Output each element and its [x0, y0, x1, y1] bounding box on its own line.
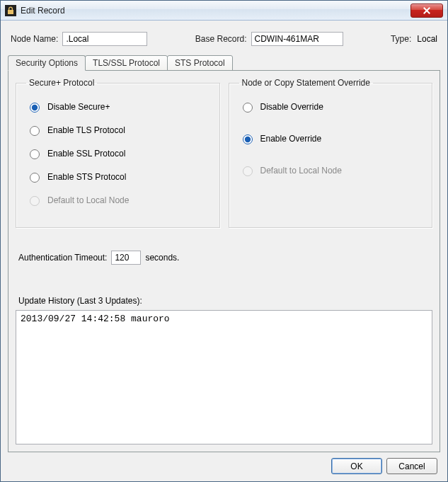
close-icon — [423, 7, 430, 14]
tab-strip: Security Options TLS/SSL Protocol STS Pr… — [8, 55, 440, 71]
tab-sts-protocol[interactable]: STS Protocol — [167, 55, 233, 71]
radio-ov-default-local — [243, 166, 253, 176]
auth-timeout-suffix: seconds. — [145, 253, 179, 263]
security-options-panel: Secure+ Protocol Disable Secure+ Enable … — [8, 70, 440, 452]
radio-enable-ssl[interactable] — [30, 149, 40, 159]
radio-disable-secure[interactable] — [30, 103, 40, 113]
node-name-input[interactable] — [62, 32, 147, 46]
auth-timeout-row: Authentication Timeout: seconds. — [18, 251, 432, 265]
update-history-label: Update History (Last 3 Updates): — [18, 296, 432, 306]
update-history-box[interactable]: 2013/09/27 14:42:58 mauroro — [16, 310, 432, 444]
radio-enable-override-label: Enable Override — [260, 134, 322, 144]
radio-sp-default-local — [30, 196, 40, 206]
tab-security-options[interactable]: Security Options — [8, 55, 86, 71]
edit-record-window: Edit Record Node Name: Base Record: Type… — [0, 0, 448, 482]
tab-tls-ssl-protocol[interactable]: TLS/SSL Protocol — [85, 55, 168, 71]
type-value: Local — [417, 34, 437, 44]
auth-timeout-input[interactable] — [111, 251, 141, 265]
radio-enable-tls-label: Enable TLS Protocol — [47, 125, 125, 135]
dialog-buttons: OK Cancel — [8, 452, 440, 474]
base-record-label: Base Record: — [195, 34, 247, 44]
radio-ov-default-local-label: Default to Local Node — [260, 166, 342, 176]
node-name-label: Node Name: — [11, 34, 58, 44]
radio-enable-sts[interactable] — [30, 173, 40, 183]
ok-button[interactable]: OK — [331, 458, 382, 474]
radio-disable-override-label: Disable Override — [260, 102, 323, 112]
radio-disable-override[interactable] — [243, 103, 253, 113]
type-label: Type: — [391, 34, 411, 44]
base-record-input[interactable] — [251, 32, 343, 46]
cancel-button[interactable]: Cancel — [386, 458, 437, 474]
radio-enable-tls[interactable] — [30, 126, 40, 136]
header-row: Node Name: Base Record: Type: Local — [8, 28, 440, 54]
radio-disable-secure-label: Disable Secure+ — [47, 102, 110, 112]
override-legend: Node or Copy Statement Override — [239, 78, 373, 88]
secure-protocol-legend: Secure+ Protocol — [26, 78, 97, 88]
titlebar: Edit Record — [1, 1, 447, 21]
radio-enable-sts-label: Enable STS Protocol — [47, 172, 126, 182]
dialog-body: Node Name: Base Record: Type: Local Secu… — [1, 21, 447, 481]
radio-enable-override[interactable] — [243, 134, 253, 144]
app-lock-icon — [5, 5, 16, 16]
radio-sp-default-local-label: Default to Local Node — [47, 195, 129, 205]
override-group: Node or Copy Statement Override Disable … — [229, 78, 433, 228]
radio-enable-ssl-label: Enable SSL Protocol — [47, 149, 125, 159]
window-title: Edit Record — [21, 6, 65, 16]
secure-protocol-group: Secure+ Protocol Disable Secure+ Enable … — [16, 78, 220, 228]
close-button[interactable] — [410, 4, 443, 18]
auth-timeout-label: Authentication Timeout: — [18, 253, 107, 263]
